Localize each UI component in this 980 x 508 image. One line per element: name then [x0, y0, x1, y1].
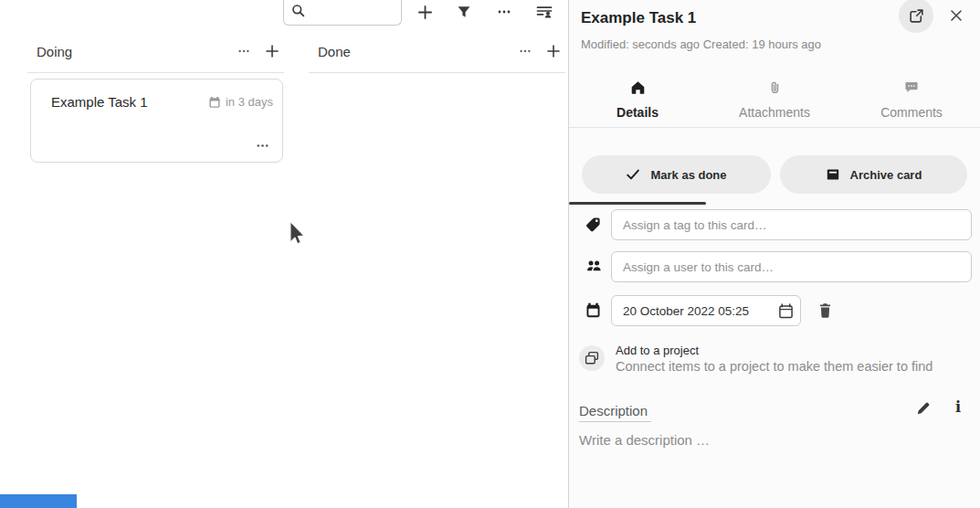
- column-header: Doing: [18, 33, 284, 69]
- home-icon: [569, 80, 706, 95]
- assign-user-input[interactable]: [611, 251, 972, 282]
- add-card-button[interactable]: [261, 40, 283, 62]
- tab-label: Comments: [843, 105, 980, 120]
- board-area: Doing Example Task 1: [0, 0, 568, 508]
- date-picker-icon[interactable]: [778, 303, 794, 319]
- search-field[interactable]: [310, 0, 396, 21]
- mark-as-done-label: Mark as done: [650, 168, 726, 182]
- pencil-icon: [916, 401, 931, 416]
- plus-icon: [417, 5, 433, 20]
- menu-ellipsis-icon: [497, 5, 511, 19]
- detail-tabs: Details Attachments Comments: [569, 77, 980, 128]
- column-title: Done: [318, 44, 351, 59]
- column-ellipsis-icon: [519, 45, 532, 58]
- calendar-icon: [585, 302, 601, 318]
- description-label: Description: [579, 403, 648, 418]
- column-doing: Doing Example Task 1: [18, 33, 284, 69]
- tab-comments[interactable]: Comments: [843, 77, 980, 128]
- paperclip-icon: [706, 80, 843, 95]
- search-input[interactable]: [283, 0, 402, 26]
- search-icon: [291, 4, 305, 17]
- add-to-project-subtitle: Connect items to a project to make them …: [616, 359, 933, 374]
- comment-icon: [843, 80, 980, 94]
- due-date-field[interactable]: 20 October 2022 05:25: [611, 295, 801, 326]
- archive-icon: [826, 167, 840, 182]
- add-to-project-title[interactable]: Add to a project: [616, 344, 699, 357]
- card-title: Example Task 1: [51, 94, 148, 110]
- bottom-left-highlight: [0, 494, 77, 508]
- filter-icon: [457, 5, 471, 19]
- assign-tag-input[interactable]: [611, 209, 972, 240]
- tab-label: Attachments: [706, 105, 843, 120]
- plus-icon: [265, 44, 279, 58]
- card-example-task-1[interactable]: Example Task 1 in 3 days: [30, 79, 283, 163]
- archive-card-button[interactable]: Archive card: [780, 155, 967, 194]
- edit-description-button[interactable]: [912, 397, 934, 419]
- tab-label: Details: [569, 105, 706, 120]
- card-menu-button[interactable]: [251, 134, 273, 156]
- card-detail-panel: Example Task 1 Modified: seconds ago Cre…: [568, 0, 980, 508]
- add-card-toolbar-button[interactable]: [414, 1, 436, 23]
- panel-title: Example Task 1: [581, 9, 696, 27]
- archive-card-label: Archive card: [850, 168, 922, 182]
- column-header: Done: [300, 33, 565, 69]
- tab-details[interactable]: Details: [569, 77, 706, 128]
- column-menu-button[interactable]: [233, 40, 255, 62]
- assignee-filter-button[interactable]: [533, 1, 555, 23]
- due-date-value: 20 October 2022 05:25: [623, 304, 749, 318]
- check-icon: [626, 167, 640, 182]
- plus-icon: [546, 44, 561, 58]
- projects-icon: [585, 351, 599, 365]
- column-menu-button[interactable]: [514, 40, 536, 62]
- assignee-filter-icon: [536, 5, 553, 19]
- trash-icon: [817, 302, 833, 319]
- add-to-project-button[interactable]: [579, 345, 605, 371]
- mark-as-done-button[interactable]: Mark as done: [582, 155, 771, 194]
- mouse-cursor: [289, 221, 307, 249]
- panel-modified-created-meta: Modified: seconds ago Created: 19 hours …: [581, 37, 821, 51]
- column-title: Doing: [37, 44, 72, 59]
- card-due-badge: in 3 days: [208, 95, 273, 109]
- tag-icon: [585, 217, 601, 232]
- filter-button[interactable]: [453, 1, 475, 23]
- close-panel-button[interactable]: [945, 5, 967, 26]
- description-underline: [579, 421, 651, 422]
- users-icon: [585, 259, 603, 273]
- board-menu-button[interactable]: [493, 1, 515, 23]
- active-tab-indicator: [569, 202, 706, 205]
- add-card-button[interactable]: [543, 40, 564, 62]
- tabs-separator: [569, 127, 980, 128]
- external-link-icon: [909, 8, 924, 24]
- column-separator: [27, 72, 284, 73]
- calendar-icon: [208, 96, 221, 109]
- kanban-app-window: Doing Example Task 1: [0, 0, 980, 508]
- description-info-button[interactable]: i: [947, 397, 969, 418]
- remove-due-date-button[interactable]: [814, 300, 836, 322]
- card-ellipsis-icon: [256, 139, 269, 153]
- tab-attachments[interactable]: Attachments: [706, 77, 843, 128]
- column-separator: [309, 72, 565, 73]
- close-icon: [950, 9, 963, 22]
- description-placeholder[interactable]: Write a description …: [579, 432, 710, 448]
- column-ellipsis-icon: [237, 45, 250, 58]
- card-due-text: in 3 days: [226, 95, 273, 109]
- info-icon: i: [955, 400, 961, 415]
- column-done: Done: [300, 33, 565, 69]
- open-in-window-button[interactable]: [899, 0, 933, 33]
